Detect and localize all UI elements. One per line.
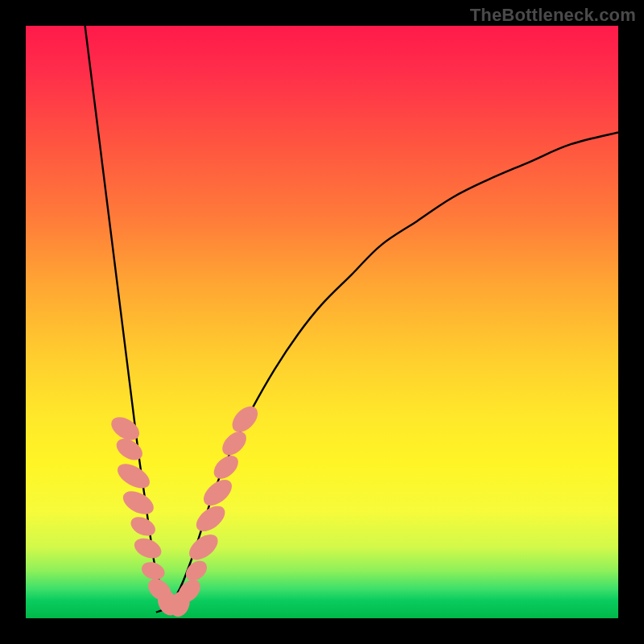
bead: [128, 514, 159, 540]
bead: [228, 402, 263, 437]
bead: [218, 427, 251, 460]
right-curve: [156, 132, 618, 612]
watermark-text: TheBottleneck.com: [470, 5, 636, 26]
bead: [114, 459, 154, 493]
bead: [119, 486, 157, 518]
curves-svg: [26, 26, 618, 618]
bead: [209, 451, 242, 483]
chart-frame: TheBottleneck.com: [0, 0, 644, 644]
bead-group: [107, 402, 262, 620]
bead: [139, 559, 167, 582]
plot-area: [26, 26, 618, 618]
bead: [184, 530, 222, 565]
bead: [192, 501, 229, 536]
bead: [131, 535, 164, 563]
